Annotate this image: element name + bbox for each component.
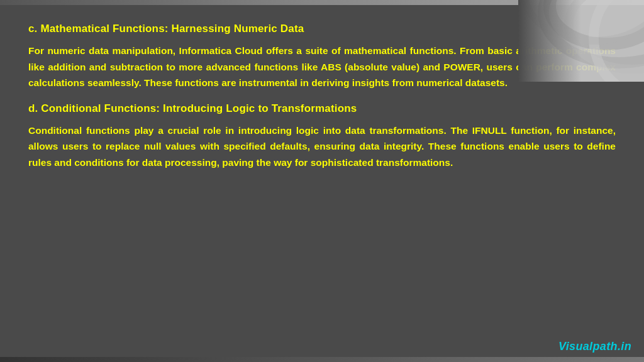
svg-rect-6 <box>518 0 644 82</box>
branding-label: Visualpath.in <box>558 340 631 353</box>
bottom-bar <box>0 357 644 362</box>
slide: c. Mathematical Functions: Harnessing Nu… <box>0 0 644 362</box>
top-right-graphic <box>518 0 644 82</box>
conditional-functions-body: Conditional functions play a crucial rol… <box>28 123 616 171</box>
conditional-functions-heading: d. Conditional Functions: Introducing Lo… <box>28 102 616 115</box>
